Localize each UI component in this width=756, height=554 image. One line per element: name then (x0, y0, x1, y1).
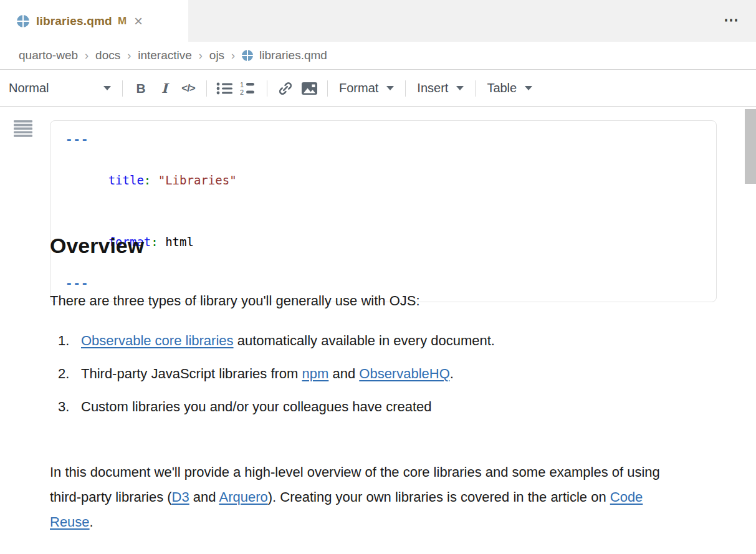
list-item-text: and (328, 366, 359, 381)
paragraph-style-label: Normal (9, 81, 49, 95)
list-marker: 1. (58, 333, 81, 349)
breadcrumb-item-file[interactable]: libraries.qmd (242, 49, 327, 62)
close-icon[interactable]: × (133, 15, 144, 27)
svg-text:1: 1 (240, 81, 244, 88)
toolbar-divider (327, 80, 328, 97)
heading-overview: Overview (50, 234, 144, 258)
bold-button[interactable]: B (129, 77, 153, 100)
link-button[interactable] (274, 77, 297, 100)
bulleted-list-button[interactable] (213, 77, 237, 100)
toolbar-divider (267, 80, 267, 97)
link-observable-core-libraries[interactable]: Observable core libraries (81, 333, 234, 348)
ordered-list: 1.Observable core libraries automaticall… (58, 333, 495, 432)
chevron-down-icon (525, 86, 532, 90)
link-npm[interactable]: npm (302, 366, 329, 381)
image-button[interactable] (297, 77, 321, 100)
list-item-text: Custom libraries you and/or your colleag… (81, 399, 432, 414)
svg-text:2: 2 (240, 88, 244, 96)
breadcrumb-filename: libraries.qmd (259, 49, 327, 62)
chevron-down-icon (103, 86, 111, 90)
format-menu-label: Format (339, 81, 378, 95)
list-item-text: automatically available in every documen… (234, 333, 495, 348)
list-item: 2.Third-party JavaScript libraries from … (58, 366, 495, 382)
list-marker: 3. (58, 399, 81, 415)
chevron-down-icon (456, 86, 464, 90)
italic-icon: I (161, 80, 168, 96)
link-icon (277, 81, 294, 96)
toolbar-divider (405, 80, 406, 97)
italic-button[interactable]: I (153, 77, 176, 100)
yaml-colon: : (151, 235, 158, 249)
link-arquero[interactable]: Arquero (219, 489, 267, 505)
quarto-icon (242, 50, 253, 61)
toolbar-divider (122, 80, 123, 97)
tab-filename: libraries.qmd (36, 14, 112, 28)
breadcrumb: quarto-web › docs › interactive › ojs › … (0, 42, 756, 70)
list-item-text: . (450, 366, 454, 381)
yaml-value-format: html (158, 235, 194, 249)
format-menu[interactable]: Format (339, 81, 394, 95)
table-menu[interactable]: Table (487, 81, 532, 95)
vertical-scrollbar[interactable] (745, 109, 756, 184)
bold-icon: B (136, 81, 145, 96)
formatting-toolbar: Normal B I </> 1 2 (0, 70, 756, 107)
yaml-colon: : (144, 173, 151, 187)
breadcrumb-item-docs[interactable]: docs (95, 49, 120, 62)
numbered-list-button[interactable]: 1 2 (237, 77, 261, 100)
link-observablehq[interactable]: ObservableHQ (359, 366, 450, 381)
list-marker: 2. (58, 366, 81, 382)
list-item: 1.Observable core libraries automaticall… (58, 333, 495, 349)
table-menu-label: Table (487, 81, 517, 95)
quarto-icon (17, 15, 29, 27)
tab-bar: libraries.qmd M × ⋯ (0, 0, 756, 42)
breadcrumb-item-ojs[interactable]: ojs (209, 49, 224, 62)
yaml-delimiter: --- (65, 132, 89, 146)
toolbar-divider (475, 80, 476, 97)
paragraph-text: . (90, 514, 93, 530)
yaml-front-matter-block[interactable]: --- title: "Libraries" format: html --- (50, 120, 717, 302)
paragraph-style-select[interactable]: Normal (9, 81, 116, 95)
chevron-right-icon: › (199, 49, 203, 62)
yaml-key-title: title (108, 173, 144, 187)
closing-paragraph: In this document we'll provide a high-le… (50, 460, 673, 535)
link-d3[interactable]: D3 (172, 489, 189, 505)
yaml-delimiter: --- (65, 276, 89, 290)
list-item: 3.Custom libraries you and/or your colle… (58, 399, 495, 415)
numbered-list-icon: 1 2 (240, 81, 257, 96)
chevron-right-icon: › (231, 49, 235, 62)
chevron-right-icon: › (85, 49, 89, 62)
modified-badge: M (118, 15, 127, 27)
intro-paragraph: There are three types of library you'll … (50, 293, 420, 309)
more-actions-icon[interactable]: ⋯ (724, 11, 740, 29)
bulleted-list-icon (216, 82, 234, 95)
tab-libraries-qmd[interactable]: libraries.qmd M × (0, 0, 188, 42)
breadcrumb-item-quarto-web[interactable]: quarto-web (19, 49, 78, 62)
insert-menu-label: Insert (417, 81, 448, 95)
outline-handle-icon[interactable] (14, 120, 32, 137)
image-icon (301, 82, 318, 95)
breadcrumb-item-interactive[interactable]: interactive (138, 49, 192, 62)
insert-menu[interactable]: Insert (417, 81, 464, 95)
visual-editor-canvas[interactable]: --- title: "Libraries" format: html --- … (0, 107, 756, 554)
code-button[interactable]: </> (176, 77, 200, 100)
paragraph-text: ). Creating your own libraries is covere… (268, 489, 610, 505)
yaml-value-title: "Libraries" (151, 173, 236, 187)
toolbar-divider (206, 80, 207, 97)
code-icon: </> (181, 82, 195, 95)
chevron-right-icon: › (127, 49, 131, 62)
chevron-down-icon (386, 86, 394, 90)
list-item-text: Third-party JavaScript libraries from (81, 366, 302, 381)
paragraph-text: and (189, 489, 219, 505)
